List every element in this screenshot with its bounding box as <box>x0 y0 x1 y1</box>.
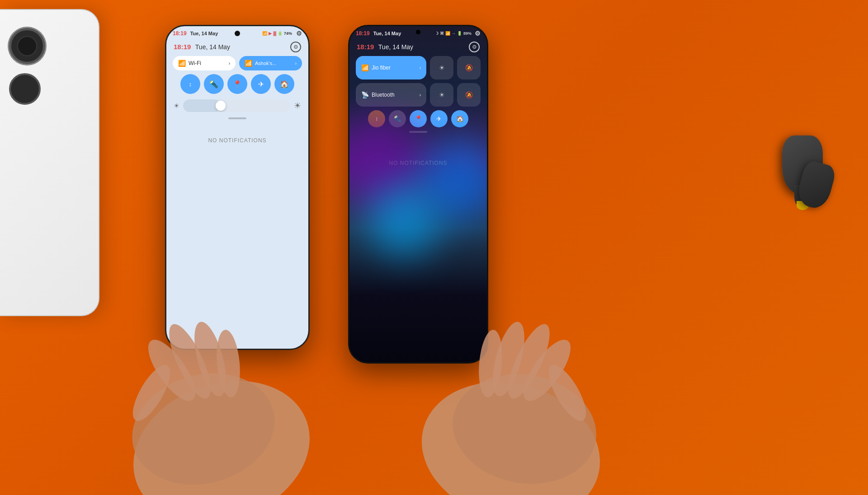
phone-2-airplane-btn[interactable]: ✈ <box>430 110 448 127</box>
phone-1-bluetooth-tile[interactable]: 📶 Ashok's... › <box>239 56 302 70</box>
phone-2-grid-tile-2[interactable]: 🔕 <box>457 56 481 79</box>
grid-icon-2: 🔕 <box>465 64 473 71</box>
phone-2-time: 18:19 <box>356 30 370 37</box>
phone2-location-icon: 📍 <box>415 115 422 122</box>
phone-1-notification-panel: 18:19 Tue, 14 May ⚙ 📶 Wi-Fi › 📶 Ashok's.… <box>166 39 308 144</box>
phone-1-time: 18:19 <box>173 30 187 37</box>
phone-2-settings-button[interactable]: ⚙ <box>469 42 480 52</box>
phone-2-grid-tile-3[interactable]: ☀ <box>430 83 453 107</box>
wifi-icon: 📶 <box>178 60 186 67</box>
svg-point-11 <box>486 319 531 400</box>
battery-icon: 🔋 <box>278 31 283 36</box>
phone2-wifi-icon-tile: 📶 <box>361 64 369 71</box>
phone-2: 18:19 Tue, 14 May ☽ ⌘ 📶 → 🔋 89% ⚙ 18:19 … <box>348 25 488 364</box>
svg-point-10 <box>500 319 558 404</box>
brightness-max-icon: ☀ <box>294 101 301 111</box>
phone-2-screen: 18:19 Tue, 14 May ☽ ⌘ 📶 → 🔋 89% ⚙ 18:19 … <box>349 26 487 362</box>
phone-2-home-btn[interactable]: 🏠 <box>451 110 468 127</box>
phone-1-time-large: 18:19 <box>174 43 191 51</box>
phone-2-datetime: 18:19 Tue, 14 May <box>357 43 413 51</box>
phone-2-qs-row-2: 📡 Bluetooth › ☀ 🔕 <box>356 83 481 107</box>
bg-blob-3 <box>368 184 440 257</box>
phone-1-location-btn[interactable]: 📍 <box>227 74 247 94</box>
phone-2-grid-tile-4[interactable]: 🔕 <box>457 83 481 107</box>
grid-icon-3: ☀ <box>439 91 445 98</box>
phone-1-home-btn[interactable]: 🏠 <box>274 74 294 94</box>
phone-1-nfc-btn[interactable]: ↕ <box>180 74 200 94</box>
svg-point-7 <box>406 363 616 495</box>
phone-1-time-date: 18:19 Tue, 14 May <box>173 30 218 37</box>
phone-1: 18:19 Tue, 14 May 📶 ▶ ▓ 🔋 74% ⚙ 18:19 Tu… <box>165 25 310 350</box>
phone-2-datetime-row: 18:19 Tue, 14 May ⚙ <box>356 39 481 56</box>
phone-2-grid-tiles: ☀ 🔕 <box>430 56 481 79</box>
svg-point-8 <box>444 363 605 495</box>
phone-1-brightness-row: ☀ ☀ <box>173 98 302 114</box>
phone2-bt-icon: ⌘ <box>440 31 444 36</box>
torch-icon: 🔦 <box>209 80 218 89</box>
phone-1-date-large: Tue, 14 May <box>195 43 230 51</box>
phone-2-camera <box>416 30 420 34</box>
svg-point-9 <box>515 333 579 407</box>
phone-1-wifi-tile[interactable]: 📶 Wi-Fi › <box>173 56 236 70</box>
phone-1-torch-btn[interactable]: 🔦 <box>204 74 224 94</box>
nfc-toggle-icon: ↕ <box>189 81 192 88</box>
phone-1-screen: 18:19 Tue, 14 May 📶 ▶ ▓ 🔋 74% ⚙ 18:19 Tu… <box>166 26 308 349</box>
svg-point-0 <box>113 357 330 495</box>
home-icon: 🏠 <box>280 80 289 89</box>
phone-1-battery: 74% <box>284 31 292 36</box>
phone2-airplane-icon: ✈ <box>436 115 442 122</box>
earbuds <box>750 126 832 239</box>
moon-icon: ☽ <box>435 31 439 36</box>
phone-2-battery: 89% <box>463 31 472 36</box>
phone-1-toggle-row: ↕ 🔦 📍 ✈ 🏠 <box>173 74 302 94</box>
phone-2-grid-tile-1[interactable]: ☀ <box>430 56 453 79</box>
phone-1-no-notifications: NO NOTIFICATIONS <box>173 137 302 144</box>
phone-1-bluetooth-label: Ashok's... <box>255 61 276 66</box>
settings-gear-icon[interactable]: ⚙ <box>296 30 302 37</box>
phone-2-grid-tiles-row2: ☀ 🔕 <box>430 83 481 107</box>
phone-1-camera <box>235 31 240 36</box>
phone-2-qs-row-1: 📶 Jio fiber › ☀ 🔕 <box>356 56 481 79</box>
svg-point-1 <box>119 358 287 495</box>
brightness-thumb <box>216 101 226 111</box>
signal-icon: ▓ <box>273 31 276 36</box>
phone-1-datetime: 18:19 Tue, 14 May <box>174 43 230 51</box>
phone-1-datetime-row: 18:19 Tue, 14 May ⚙ <box>173 39 302 56</box>
phone2-home-icon: 🏠 <box>456 115 464 122</box>
airplane-icon: ✈ <box>258 80 264 89</box>
phone-2-scroll-indicator <box>409 131 427 133</box>
phone-1-brightness-slider[interactable] <box>183 99 290 112</box>
phone-2-location-btn[interactable]: 📍 <box>410 110 427 127</box>
phone2-battery-icon: 🔋 <box>457 31 462 36</box>
bt-icon: ▶ <box>269 31 272 36</box>
phone2-arrow-icon: → <box>452 31 456 36</box>
phone-1-status-icons: 📶 ▶ ▓ 🔋 74% ⚙ <box>262 30 302 37</box>
phone-2-status-icons: ☽ ⌘ 📶 → 🔋 89% ⚙ <box>435 30 481 37</box>
location-icon: 📍 <box>233 80 242 89</box>
phone-1-airplane-btn[interactable]: ✈ <box>251 74 271 94</box>
phone-1-wifi-label: Wi-Fi <box>189 60 201 66</box>
phone2-wifi-arrow: › <box>420 65 421 70</box>
phone-1-qs-row-1: 📶 Wi-Fi › 📶 Ashok's... › <box>173 56 302 70</box>
phone2-bt-tile-icon: 📡 <box>361 91 369 98</box>
phone-2-date-large: Tue, 14 May <box>378 43 413 51</box>
phone-1-scroll-indicator <box>228 117 246 119</box>
bt-arrow: › <box>295 61 297 66</box>
phone-1-settings-button[interactable]: ⚙ <box>290 42 301 52</box>
phone-2-time-date: 18:19 Tue, 14 May <box>356 30 401 37</box>
phone2-bt-arrow: › <box>420 93 421 98</box>
phone-2-bluetooth-tile[interactable]: 📡 Bluetooth › <box>356 83 426 107</box>
svg-point-6 <box>126 360 177 426</box>
brightness-fill <box>183 99 221 112</box>
phone-2-wifi-tile[interactable]: 📶 Jio fiber › <box>356 56 426 79</box>
grid-icon-4: 🔕 <box>465 91 473 98</box>
left-device-partial <box>0 9 99 316</box>
brightness-min-icon: ☀ <box>174 102 179 109</box>
bluetooth-icon: 📶 <box>245 60 252 67</box>
phone2-wifi-icon: 📶 <box>445 31 450 36</box>
wifi-arrow: › <box>229 61 230 66</box>
phone-2-wifi-label: Jio fiber <box>372 65 391 71</box>
svg-point-13 <box>542 360 593 426</box>
phone2-settings-icon[interactable]: ⚙ <box>475 30 481 37</box>
grid-icon-1: ☀ <box>439 64 445 71</box>
